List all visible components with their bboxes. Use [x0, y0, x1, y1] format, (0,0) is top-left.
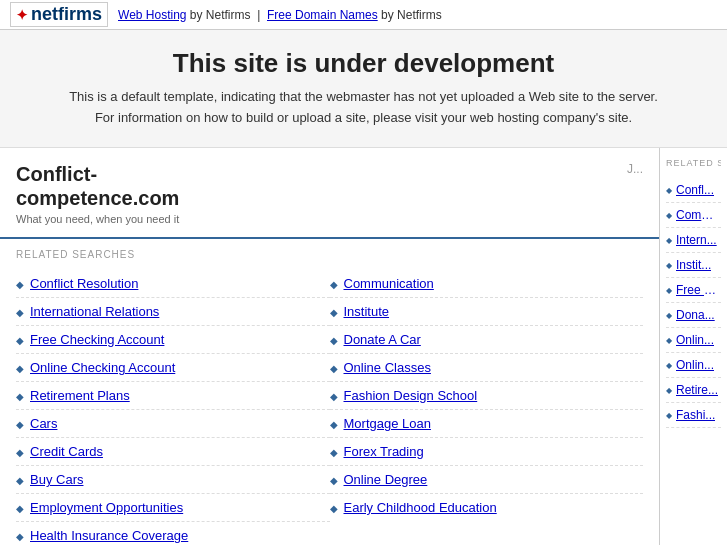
bullet-icon: ◆ — [16, 391, 24, 402]
search-link[interactable]: Retirement Plans — [30, 388, 130, 403]
search-link[interactable]: Buy Cars — [30, 472, 83, 487]
search-item: ◆Health Insurance Coverage — [16, 522, 330, 545]
free-domain-link[interactable]: Free Domain Names — [267, 8, 378, 22]
search-link[interactable]: Health Insurance Coverage — [30, 528, 188, 543]
search-link[interactable]: Communication — [344, 276, 434, 291]
search-item: ◆Credit Cards — [16, 438, 330, 466]
search-item: ◆Free Checking Account — [16, 326, 330, 354]
bullet-icon: ◆ — [16, 475, 24, 486]
right-search-link[interactable]: Commu... — [676, 208, 721, 222]
search-link[interactable]: Online Degree — [344, 472, 428, 487]
search-link[interactable]: Free Checking Account — [30, 332, 164, 347]
search-link[interactable]: Forex Trading — [344, 444, 424, 459]
search-link[interactable]: Fashion Design School — [344, 388, 478, 403]
by-netfirms-1: by Netfirms — [190, 8, 251, 22]
search-link[interactable]: Credit Cards — [30, 444, 103, 459]
search-link[interactable]: International Relations — [30, 304, 159, 319]
search-link[interactable]: Mortgage Loan — [344, 416, 431, 431]
right-search-link[interactable]: Free H... — [676, 283, 721, 297]
right-panel-item: ◆Fashi... — [666, 403, 721, 428]
under-dev-heading: This site is under development — [20, 48, 707, 79]
search-item: ◆Retirement Plans — [16, 382, 330, 410]
right-search-link[interactable]: Onlin... — [676, 358, 714, 372]
bullet-icon: ◆ — [666, 211, 672, 220]
bullet-icon: ◆ — [666, 411, 672, 420]
site-tagline: What you need, when you need it — [16, 213, 179, 225]
bullet-icon: ◆ — [330, 447, 338, 458]
right-search-link[interactable]: Onlin... — [676, 333, 714, 347]
right-panel-item: ◆Instit... — [666, 253, 721, 278]
top-banner: ✦ netfirms Web Hosting by Netfirms | Fre… — [0, 0, 727, 30]
banner-links: Web Hosting by Netfirms | Free Domain Na… — [118, 8, 442, 22]
right-panel-item: ◆Intern... — [666, 228, 721, 253]
left-panel: Conflict- competence.com What you need, … — [0, 148, 660, 545]
right-panel-item: ◆Retire... — [666, 378, 721, 403]
bullet-icon: ◆ — [16, 503, 24, 514]
search-item: ◆Donate A Car — [330, 326, 644, 354]
bullet-icon: ◆ — [666, 336, 672, 345]
under-development-section: This site is under development This is a… — [0, 30, 727, 148]
netfirms-logo: ✦ netfirms — [10, 2, 108, 27]
bullet-icon: ◆ — [330, 391, 338, 402]
search-item: ◆Online Checking Account — [16, 354, 330, 382]
right-search-link[interactable]: Instit... — [676, 258, 711, 272]
right-search-link[interactable]: Fashi... — [676, 408, 715, 422]
search-item: ◆Fashion Design School — [330, 382, 644, 410]
by-netfirms-2: by Netfirms — [381, 8, 442, 22]
site-title-line1: Conflict- — [16, 163, 97, 185]
search-item: ◆Early Childhood Education — [330, 494, 644, 521]
search-item: ◆Employment Opportunities — [16, 494, 330, 522]
search-link[interactable]: Donate A Car — [344, 332, 421, 347]
right-search-link[interactable]: Confl... — [676, 183, 714, 197]
bullet-icon: ◆ — [16, 279, 24, 290]
logo-area: ✦ netfirms — [10, 2, 108, 27]
search-link[interactable]: Conflict Resolution — [30, 276, 138, 291]
right-items-container: ◆Confl...◆Commu...◆Intern...◆Instit...◆F… — [666, 178, 721, 428]
bullet-icon: ◆ — [330, 307, 338, 318]
right-panel-label: RELATED SEA... — [666, 158, 721, 168]
under-dev-line2: For information on how to build or uploa… — [20, 110, 707, 125]
search-link[interactable]: Online Classes — [344, 360, 431, 375]
main-content: Conflict- competence.com What you need, … — [0, 148, 727, 545]
right-panel-item: ◆Commu... — [666, 203, 721, 228]
right-search-link[interactable]: Retire... — [676, 383, 718, 397]
search-col-1: ◆Conflict Resolution◆International Relat… — [16, 270, 330, 545]
bullet-icon: ◆ — [16, 335, 24, 346]
search-col-2: ◆Communication◆Institute◆Donate A Car◆On… — [330, 270, 644, 545]
search-columns: ◆Conflict Resolution◆International Relat… — [16, 270, 643, 545]
search-link[interactable]: Cars — [30, 416, 57, 431]
right-panel: RELATED SEA... ◆Confl...◆Commu...◆Intern… — [660, 148, 727, 545]
bullet-icon: ◆ — [666, 386, 672, 395]
bullet-icon: ◆ — [666, 186, 672, 195]
search-item: ◆Mortgage Loan — [330, 410, 644, 438]
right-search-link[interactable]: Intern... — [676, 233, 717, 247]
search-link[interactable]: Employment Opportunities — [30, 500, 183, 515]
right-panel-item: ◆Onlin... — [666, 353, 721, 378]
right-panel-item: ◆Onlin... — [666, 328, 721, 353]
search-item: ◆Cars — [16, 410, 330, 438]
logo-text: netfirms — [31, 4, 102, 25]
web-hosting-link[interactable]: Web Hosting — [118, 8, 186, 22]
bullet-icon: ◆ — [16, 531, 24, 542]
related-searches-section: RELATED SEARCHES ◆Conflict Resolution◆In… — [0, 239, 659, 545]
bullet-icon: ◆ — [666, 261, 672, 270]
bullet-icon: ◆ — [16, 419, 24, 430]
search-link[interactable]: Institute — [344, 304, 390, 319]
search-link[interactable]: Early Childhood Education — [344, 500, 497, 515]
site-title: Conflict- competence.com — [16, 162, 179, 210]
bullet-icon: ◆ — [330, 363, 338, 374]
star-icon: ✦ — [16, 7, 28, 23]
bullet-icon: ◆ — [16, 363, 24, 374]
bullet-icon: ◆ — [16, 447, 24, 458]
right-search-link[interactable]: Dona... — [676, 308, 715, 322]
search-item: ◆Institute — [330, 298, 644, 326]
right-panel-item: ◆Free H... — [666, 278, 721, 303]
bullet-icon: ◆ — [666, 286, 672, 295]
under-dev-line1: This is a default template, indicating t… — [20, 89, 707, 104]
bullet-icon: ◆ — [666, 361, 672, 370]
search-item: ◆Online Classes — [330, 354, 644, 382]
search-item: ◆Forex Trading — [330, 438, 644, 466]
search-link[interactable]: Online Checking Account — [30, 360, 175, 375]
search-item: ◆Online Degree — [330, 466, 644, 494]
j-label: J... — [627, 162, 643, 176]
